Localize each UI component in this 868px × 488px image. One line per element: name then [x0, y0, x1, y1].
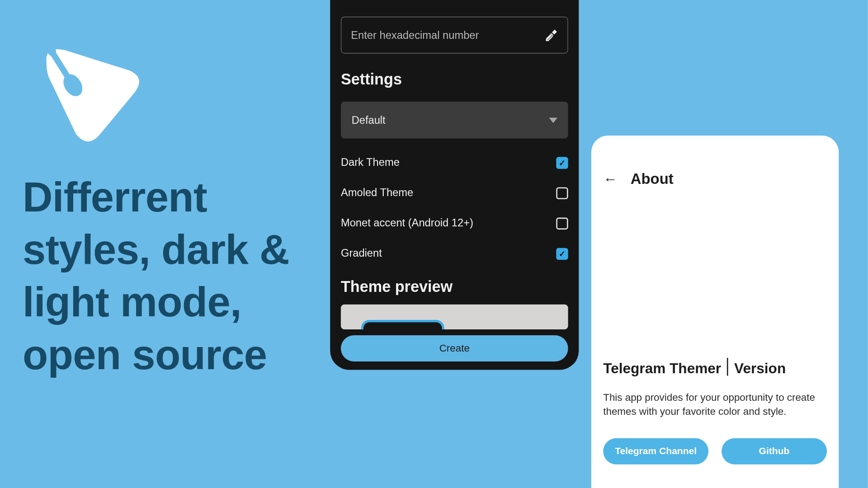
option-dark-theme[interactable]: Dark Theme ✓	[341, 156, 568, 169]
dropdown-value: Default	[352, 114, 549, 127]
github-button[interactable]: Github	[722, 438, 827, 464]
hex-input[interactable]: Enter hexadecimal number	[341, 17, 568, 54]
checkbox-monet-accent[interactable]	[556, 217, 568, 229]
option-monet-accent[interactable]: Monet accent (Android 12+)	[341, 217, 568, 230]
theme-style-dropdown[interactable]: Default	[341, 102, 568, 139]
app-name-line: Telegram Themer Version	[603, 360, 827, 377]
theme-preview-chip	[361, 320, 444, 329]
eyedropper-icon[interactable]	[545, 28, 558, 42]
vertical-divider	[727, 358, 728, 375]
app-logo-icon	[23, 28, 153, 147]
create-button[interactable]: Create	[341, 335, 568, 361]
option-label: Dark Theme	[341, 156, 556, 169]
button-label: Github	[759, 446, 790, 456]
checkbox-dark-theme[interactable]: ✓	[556, 157, 568, 169]
theme-preview-heading: Theme preview	[341, 277, 568, 296]
option-label: Gradient	[341, 247, 556, 260]
option-label: Amoled Theme	[341, 187, 556, 199]
about-card: ← About Telegram Themer Version This app…	[591, 136, 839, 488]
version-label: Version	[734, 360, 786, 377]
back-arrow-icon[interactable]: ←	[603, 170, 618, 187]
button-label: Telegram Channel	[615, 446, 697, 456]
telegram-channel-button[interactable]: Telegram Channel	[603, 438, 708, 464]
option-amoled-theme[interactable]: Amoled Theme	[341, 187, 568, 199]
checkbox-amoled-theme[interactable]	[556, 187, 568, 199]
chevron-down-icon	[549, 117, 557, 123]
checkbox-gradient[interactable]: ✓	[556, 248, 568, 259]
hex-input-placeholder: Enter hexadecimal number	[351, 29, 545, 42]
theme-preview-box	[341, 305, 568, 329]
promo-panel: Differrent styles, dark & light mode, op…	[23, 28, 296, 381]
create-button-label: Create	[439, 343, 470, 354]
dark-settings-card: Enter hexadecimal number Settings Defaul…	[330, 0, 579, 370]
about-title: About	[631, 170, 674, 187]
app-description: This app provides for your opportunity t…	[603, 390, 817, 419]
option-label: Monet accent (Android 12+)	[341, 217, 556, 230]
app-name: Telegram Themer	[603, 360, 721, 377]
settings-heading: Settings	[341, 70, 568, 89]
option-gradient[interactable]: Gradient ✓	[341, 247, 568, 260]
promo-tagline: Differrent styles, dark & light mode, op…	[23, 171, 296, 381]
